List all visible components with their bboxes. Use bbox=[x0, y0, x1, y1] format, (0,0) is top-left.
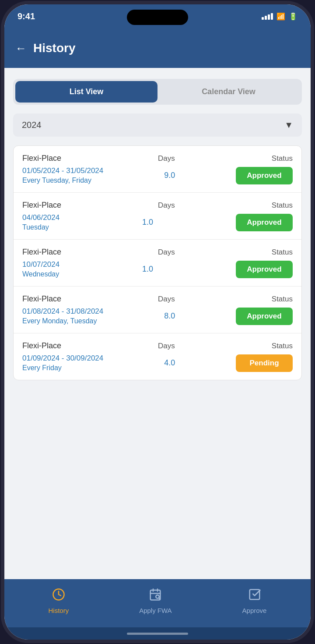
record-days: 1.0 bbox=[137, 265, 159, 274]
days-label: Days bbox=[158, 248, 175, 257]
record-type: Flexi-Place bbox=[22, 341, 61, 350]
table-row[interactable]: Flexi-Place Days Status 10/07/2024 Wedne… bbox=[14, 240, 301, 287]
approve-icon bbox=[248, 588, 261, 604]
content-area: List View Calendar View 2024 ▼ Flexi-Pla… bbox=[4, 68, 311, 579]
record-days: 1.0 bbox=[137, 218, 159, 227]
nav-label-approve: Approve bbox=[242, 607, 267, 614]
dynamic-island bbox=[127, 10, 188, 25]
record-type: Flexi-Place bbox=[22, 154, 61, 163]
record-day-name: Every Monday, Tuesday bbox=[22, 317, 103, 325]
nav-item-approve[interactable]: Approve bbox=[242, 588, 267, 614]
days-label: Days bbox=[158, 201, 175, 210]
record-date: 01/09/2024 - 30/09/2024 bbox=[22, 354, 103, 363]
record-date: 04/06/2024 bbox=[22, 213, 60, 222]
record-date: 10/07/2024 bbox=[22, 260, 60, 269]
table-row[interactable]: Flexi-Place Days Status 04/06/2024 Tuesd… bbox=[14, 193, 301, 240]
battery-icon: 🔋 bbox=[289, 12, 298, 21]
record-days: 4.0 bbox=[159, 358, 181, 368]
record-day-name: Tuesday bbox=[22, 223, 60, 231]
record-date: 01/08/2024 - 31/08/2024 bbox=[22, 307, 103, 316]
signal-icon bbox=[262, 13, 273, 20]
home-bar bbox=[127, 633, 188, 635]
year-selected: 2024 bbox=[22, 120, 42, 130]
svg-rect-7 bbox=[249, 590, 259, 600]
nav-item-history[interactable]: History bbox=[48, 588, 69, 614]
record-type: Flexi-Place bbox=[22, 294, 61, 304]
record-days: 9.0 bbox=[159, 171, 181, 180]
status-badge: Approved bbox=[236, 308, 293, 325]
view-toggle: List View Calendar View bbox=[13, 79, 302, 105]
status-badge: Approved bbox=[236, 214, 293, 231]
nav-label-apply-fwa: Apply FWA bbox=[139, 607, 172, 614]
history-icon bbox=[52, 588, 65, 604]
home-indicator bbox=[4, 627, 311, 640]
status-badge: Approved bbox=[236, 167, 293, 184]
wifi-icon: 📶 bbox=[276, 12, 285, 21]
records-list: Flexi-Place Days Status 01/05/2024 - 31/… bbox=[13, 145, 302, 380]
status-badge: Approved bbox=[236, 261, 293, 278]
chevron-down-icon: ▼ bbox=[284, 120, 293, 130]
days-label: Days bbox=[158, 295, 175, 304]
back-button[interactable]: ← bbox=[15, 42, 27, 55]
record-days: 8.0 bbox=[159, 311, 181, 321]
svg-line-6 bbox=[159, 598, 160, 599]
table-row[interactable]: Flexi-Place Days Status 01/05/2024 - 31/… bbox=[14, 146, 301, 193]
record-date: 01/05/2024 - 31/05/2024 bbox=[22, 166, 103, 175]
days-label: Days bbox=[158, 342, 175, 350]
status-badge: Pending bbox=[236, 354, 293, 372]
table-row[interactable]: Flexi-Place Days Status 01/08/2024 - 31/… bbox=[14, 287, 301, 333]
calendar-view-button[interactable]: Calendar View bbox=[158, 81, 300, 103]
status-label: Status bbox=[272, 342, 293, 350]
record-type: Flexi-Place bbox=[22, 201, 61, 210]
nav-item-apply-fwa[interactable]: Apply FWA bbox=[139, 588, 172, 614]
status-label: Status bbox=[272, 248, 293, 257]
status-bar: 9:41 📶 🔋 bbox=[4, 4, 311, 28]
apply-fwa-icon bbox=[149, 588, 162, 604]
status-time: 9:41 bbox=[18, 11, 35, 21]
status-label: Status bbox=[272, 154, 293, 163]
status-icons: 📶 🔋 bbox=[262, 12, 298, 21]
nav-label-history: History bbox=[48, 607, 69, 614]
list-view-button[interactable]: List View bbox=[15, 81, 158, 103]
bottom-nav: History Apply FWA bbox=[4, 579, 311, 627]
status-label: Status bbox=[272, 295, 293, 304]
record-type: Flexi-Place bbox=[22, 248, 61, 257]
status-label: Status bbox=[272, 201, 293, 210]
table-row[interactable]: Flexi-Place Days Status 01/09/2024 - 30/… bbox=[14, 333, 301, 380]
record-day-name: Wednesday bbox=[22, 270, 60, 278]
record-day-name: Every Friday bbox=[22, 364, 103, 372]
year-dropdown[interactable]: 2024 ▼ bbox=[13, 113, 302, 137]
record-day-name: Every Tuesday, Friday bbox=[22, 177, 103, 184]
days-label: Days bbox=[158, 154, 175, 163]
page-title: History bbox=[33, 41, 75, 55]
header: ← History bbox=[4, 28, 311, 68]
